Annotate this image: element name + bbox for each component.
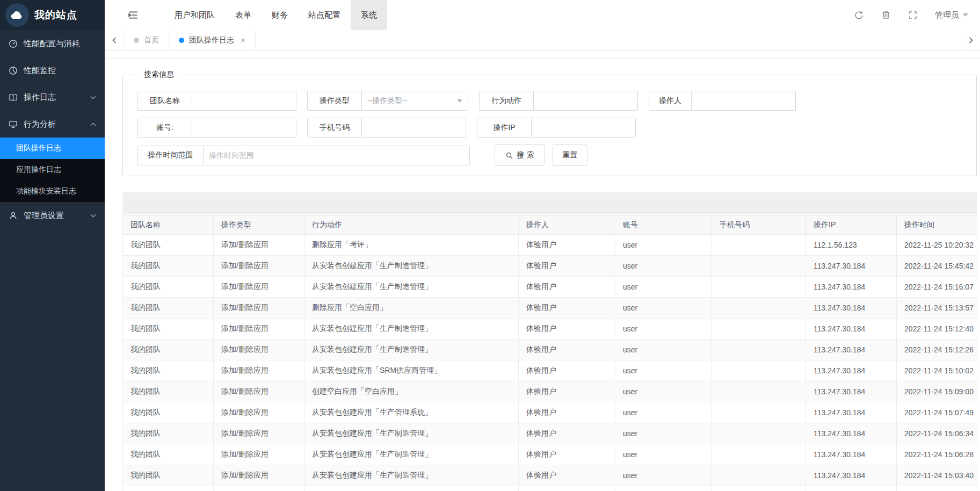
cell-ip: 113.247.30.184: [806, 277, 897, 298]
sidebar-item-operation-log[interactable]: 操作日志: [0, 84, 105, 111]
collapse-menu-icon[interactable]: [128, 0, 139, 30]
cell-time: 2022-11-24 15:09:00: [897, 381, 977, 402]
cell-operation-type: 添加/删除应用: [214, 319, 304, 340]
cell-ip: 113.247.30.184: [806, 423, 897, 444]
cell-account: user: [615, 277, 712, 298]
reset-button[interactable]: 重置: [553, 145, 587, 166]
table-row: 我的团队添加/删除应用删除应用「考评」体验用户user112.1.56.1232…: [123, 235, 977, 256]
cell-operator: 体验用户: [519, 360, 615, 381]
table-row: 我的团队添加/删除应用从安装包创建应用「生产制造管理」体验用户user113.2…: [123, 465, 977, 486]
trash-icon[interactable]: [881, 10, 891, 20]
topbar-right: 管理员: [854, 0, 968, 30]
operation-type-selected-value: --操作类型--: [367, 96, 408, 106]
tab-team-operation-log[interactable]: 团队操作日志×: [169, 30, 256, 50]
sidebar-menu: 性能配置与消耗性能监控操作日志行为分析团队操作日志应用操作日志功能模块安装日志管…: [0, 30, 105, 229]
tabs-scroll-left-icon[interactable]: [105, 30, 124, 50]
ip-label: 操作IP: [477, 118, 532, 138]
cell-account: user: [615, 298, 712, 319]
cell-account: user: [615, 465, 712, 486]
cell-team-name: 我的团队: [123, 319, 214, 340]
table-row: 我的团队添加/删除应用从安装包创建应用「生产制造管理」体验用户user113.2…: [123, 444, 977, 465]
cell-time: 2022-11-24 15:45:42: [897, 256, 977, 277]
cell-operation-type: 添加/删除应用: [214, 340, 304, 360]
top-nav: 用户和团队表单财务站点配置系统: [164, 0, 387, 30]
table-row: 我的团队添加/删除应用从安装包创建应用「生产制造管理」体验用户user113.2…: [123, 319, 977, 340]
sidebar-item-perf-monitor[interactable]: 性能监控: [0, 57, 105, 84]
cell-account: user: [615, 402, 712, 423]
cell-team-name: 我的团队: [123, 381, 214, 402]
cell-team-name: 我的团队: [123, 465, 214, 486]
top-nav-item-users-teams[interactable]: 用户和团队: [164, 0, 225, 30]
cell-operation-type: 添加/删除应用: [214, 298, 304, 319]
cloud-logo-icon: [5, 3, 29, 27]
logo: 我的站点: [0, 0, 105, 30]
tabs-scroll-right-icon[interactable]: [961, 30, 980, 50]
cell-account: user: [615, 319, 712, 340]
ip-field: 操作IP: [477, 118, 636, 138]
operation-type-field: 操作类型 --操作类型--: [307, 91, 468, 111]
app-root: 我的站点 性能配置与消耗性能监控操作日志行为分析团队操作日志应用操作日志功能模块…: [0, 0, 980, 491]
sidebar-item-label: 管理员设置: [24, 211, 64, 221]
top-nav-item-system[interactable]: 系统: [351, 0, 387, 30]
cell-time: 2022-11-24 15:13:57: [897, 298, 977, 319]
cell-operator: 体验用户: [519, 277, 615, 298]
search-button[interactable]: 搜 索: [495, 145, 545, 166]
main-area: 用户和团队表单财务站点配置系统 管理员: [105, 0, 980, 491]
chevron-up-icon: [90, 122, 96, 126]
sidebar-subitem-module-install-log[interactable]: 功能模块安装日志: [0, 180, 105, 202]
cell-operation-type: 添加/删除应用: [214, 360, 304, 381]
cell-phone: [712, 423, 806, 444]
table-row: 我的团队添加/删除应用从安装包创建应用「生产管理系统」体验用户user113.2…: [123, 402, 977, 423]
search-button-label: 搜 索: [517, 150, 534, 160]
caret-down-icon: [457, 99, 462, 103]
table-body: 我的团队添加/删除应用删除应用「考评」体验用户user112.1.56.1232…: [123, 235, 977, 491]
cell-ip: 113.247.30.184: [806, 381, 897, 402]
chevron-down-icon: [90, 214, 96, 218]
column-header: 账号: [615, 216, 712, 235]
column-header: 行为动作: [304, 216, 519, 235]
top-nav-item-finance[interactable]: 财务: [262, 0, 298, 30]
table-row: 我的团队添加/删除应用从安装包创建应用「生产制造管理」体验用户user113.2…: [123, 486, 977, 491]
admin-label: 管理员: [935, 10, 959, 20]
cell-account: user: [615, 423, 712, 444]
cell-ip: 113.247.30.184: [806, 298, 897, 319]
tab-home[interactable]: 首页: [124, 30, 169, 50]
sidebar-subitem-team-operation-log[interactable]: 团队操作日志: [0, 138, 105, 159]
account-field: 账号:: [137, 118, 296, 138]
cell-ip: 113.247.30.184: [806, 486, 897, 491]
cell-team-name: 我的团队: [123, 360, 214, 381]
cell-time: 2022-11-24 15:12:40: [897, 319, 977, 340]
phone-input[interactable]: [362, 118, 466, 138]
top-nav-item-forms[interactable]: 表单: [225, 0, 262, 30]
admin-dropdown[interactable]: 管理员: [935, 10, 968, 20]
sidebar-item-admin-settings[interactable]: 管理员设置: [0, 202, 105, 229]
cell-account: user: [615, 486, 712, 491]
cell-operator: 体验用户: [519, 465, 615, 486]
action-input[interactable]: [534, 91, 638, 111]
sidebar-subitem-app-operation-log[interactable]: 应用操作日志: [0, 159, 105, 180]
sidebar-item-behavior-analysis[interactable]: 行为分析: [0, 111, 105, 138]
cell-operation-type: 添加/删除应用: [214, 444, 304, 465]
top-nav-item-site-config[interactable]: 站点配置: [298, 0, 351, 30]
cell-operation-type: 添加/删除应用: [214, 423, 304, 444]
phone-label: 手机号码: [307, 118, 362, 138]
cell-time: 2022-11-25 10:20:32: [897, 235, 977, 256]
table-row: 我的团队添加/删除应用从安装包创建应用「生产制造管理」体验用户user113.2…: [123, 340, 977, 360]
operation-type-select[interactable]: --操作类型--: [362, 91, 468, 111]
chevron-down-icon: [90, 96, 96, 99]
cell-team-name: 我的团队: [123, 277, 214, 298]
tab-dot-icon: [134, 38, 139, 43]
fullscreen-icon[interactable]: [908, 10, 918, 20]
cell-action: 从安装包创建应用「生产制造管理」: [304, 486, 519, 491]
operator-input[interactable]: [692, 91, 796, 111]
cell-operator: 体验用户: [519, 256, 615, 277]
team-name-input[interactable]: [192, 91, 296, 111]
refresh-icon[interactable]: [854, 10, 864, 20]
close-icon[interactable]: ×: [241, 36, 245, 44]
time-range-input[interactable]: [204, 146, 470, 165]
ip-input[interactable]: [532, 118, 636, 138]
cell-time: 2022-11-24 15:06:28: [897, 444, 977, 465]
cell-team-name: 我的团队: [123, 298, 214, 319]
account-input[interactable]: [192, 118, 296, 138]
sidebar-item-perf-config[interactable]: 性能配置与消耗: [0, 30, 105, 57]
